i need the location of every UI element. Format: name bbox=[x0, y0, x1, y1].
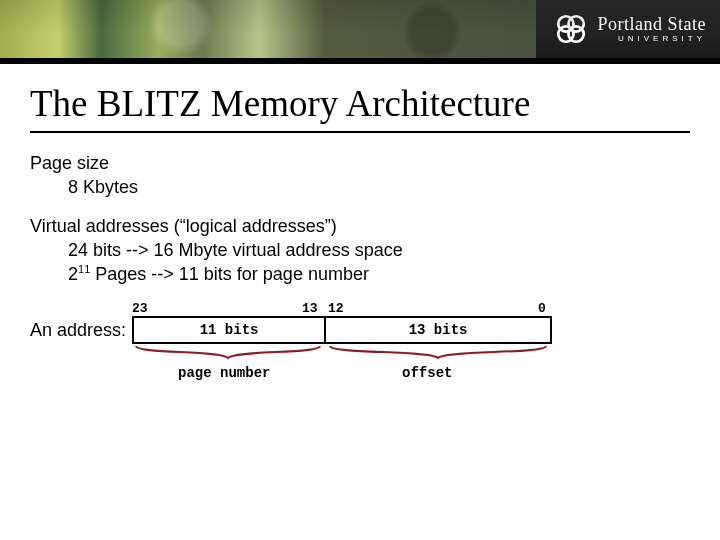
virtual-addresses-line2: 211 Pages --> 11 bits for page number bbox=[68, 262, 720, 286]
header-divider bbox=[0, 58, 720, 64]
virtual-addresses-heading: Virtual addresses (“logical addresses”) bbox=[30, 214, 720, 238]
va2-base: 2 bbox=[68, 264, 78, 284]
field-page-number-bits: 11 bits bbox=[134, 318, 326, 342]
svg-point-0 bbox=[558, 16, 573, 31]
svg-point-3 bbox=[568, 26, 583, 41]
field-under-labels: page number offset bbox=[132, 364, 552, 384]
brace-left-icon bbox=[134, 344, 322, 360]
bit-label-mid-right: 12 bbox=[328, 300, 344, 318]
slide-body: Page size 8 Kbytes Virtual addresses (“l… bbox=[30, 151, 720, 384]
page-size-value: 8 Kbytes bbox=[68, 175, 720, 199]
slide-title: The BLITZ Memory Architecture bbox=[30, 82, 720, 125]
label-offset: offset bbox=[402, 364, 452, 383]
bit-label-msb: 23 bbox=[132, 300, 148, 318]
bit-label-mid-left: 13 bbox=[302, 300, 318, 318]
header-banner: Portland State UNIVERSITY bbox=[0, 0, 720, 58]
logo-text-line1: Portland State bbox=[598, 15, 707, 33]
brace-right-icon bbox=[328, 344, 548, 360]
address-diagram: 23 13 12 0 11 bits 13 bits bbox=[132, 300, 552, 384]
psu-interlock-icon bbox=[554, 12, 588, 46]
bit-index-labels: 23 13 12 0 bbox=[132, 300, 552, 316]
university-logo: Portland State UNIVERSITY bbox=[536, 0, 721, 58]
va2-rest: Pages --> 11 bits for page number bbox=[90, 264, 369, 284]
logo-text-line2: UNIVERSITY bbox=[598, 35, 707, 43]
title-underline bbox=[30, 131, 690, 133]
virtual-addresses-line1: 24 bits --> 16 Mbyte virtual address spa… bbox=[68, 238, 720, 262]
field-offset-bits: 13 bits bbox=[326, 318, 550, 342]
label-page-number: page number bbox=[178, 364, 270, 383]
svg-point-1 bbox=[568, 16, 583, 31]
address-label: An address: bbox=[30, 318, 126, 342]
page-size-label: Page size bbox=[30, 151, 720, 175]
address-box: 11 bits 13 bits bbox=[132, 316, 552, 344]
va2-exponent: 11 bbox=[78, 263, 90, 275]
svg-point-2 bbox=[558, 26, 573, 41]
bit-label-lsb: 0 bbox=[538, 300, 546, 318]
